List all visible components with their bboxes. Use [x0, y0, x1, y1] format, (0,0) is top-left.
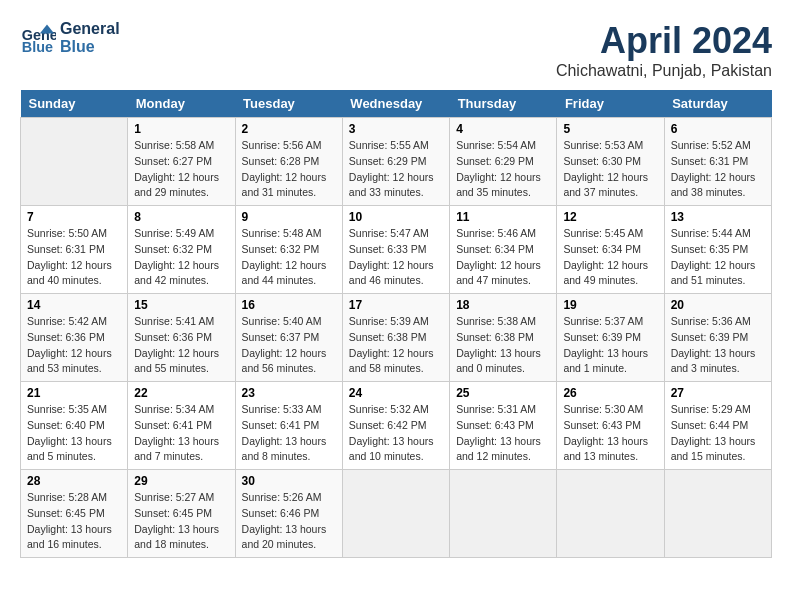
day-number: 2: [242, 122, 336, 136]
cell-w2-d5: 19Sunrise: 5:37 AM Sunset: 6:39 PM Dayli…: [557, 294, 664, 382]
week-row-4: 28Sunrise: 5:28 AM Sunset: 6:45 PM Dayli…: [21, 470, 772, 558]
cell-w1-d0: 7Sunrise: 5:50 AM Sunset: 6:31 PM Daylig…: [21, 206, 128, 294]
logo-icon: General Blue: [20, 20, 56, 56]
cell-w2-d4: 18Sunrise: 5:38 AM Sunset: 6:38 PM Dayli…: [450, 294, 557, 382]
day-detail: Sunrise: 5:49 AM Sunset: 6:32 PM Dayligh…: [134, 226, 228, 289]
day-detail: Sunrise: 5:29 AM Sunset: 6:44 PM Dayligh…: [671, 402, 765, 465]
header-thursday: Thursday: [450, 90, 557, 118]
day-detail: Sunrise: 5:40 AM Sunset: 6:37 PM Dayligh…: [242, 314, 336, 377]
day-number: 25: [456, 386, 550, 400]
header-friday: Friday: [557, 90, 664, 118]
day-detail: Sunrise: 5:39 AM Sunset: 6:38 PM Dayligh…: [349, 314, 443, 377]
header-sunday: Sunday: [21, 90, 128, 118]
day-number: 12: [563, 210, 657, 224]
day-detail: Sunrise: 5:35 AM Sunset: 6:40 PM Dayligh…: [27, 402, 121, 465]
cell-w2-d1: 15Sunrise: 5:41 AM Sunset: 6:36 PM Dayli…: [128, 294, 235, 382]
day-number: 26: [563, 386, 657, 400]
day-detail: Sunrise: 5:26 AM Sunset: 6:46 PM Dayligh…: [242, 490, 336, 553]
cell-w3-d5: 26Sunrise: 5:30 AM Sunset: 6:43 PM Dayli…: [557, 382, 664, 470]
day-detail: Sunrise: 5:30 AM Sunset: 6:43 PM Dayligh…: [563, 402, 657, 465]
day-detail: Sunrise: 5:58 AM Sunset: 6:27 PM Dayligh…: [134, 138, 228, 201]
cell-w4-d3: [342, 470, 449, 558]
cell-w3-d1: 22Sunrise: 5:34 AM Sunset: 6:41 PM Dayli…: [128, 382, 235, 470]
cell-w2-d0: 14Sunrise: 5:42 AM Sunset: 6:36 PM Dayli…: [21, 294, 128, 382]
day-number: 1: [134, 122, 228, 136]
day-number: 7: [27, 210, 121, 224]
day-detail: Sunrise: 5:48 AM Sunset: 6:32 PM Dayligh…: [242, 226, 336, 289]
day-number: 20: [671, 298, 765, 312]
cell-w4-d0: 28Sunrise: 5:28 AM Sunset: 6:45 PM Dayli…: [21, 470, 128, 558]
day-number: 16: [242, 298, 336, 312]
day-number: 15: [134, 298, 228, 312]
cell-w1-d5: 12Sunrise: 5:45 AM Sunset: 6:34 PM Dayli…: [557, 206, 664, 294]
day-number: 11: [456, 210, 550, 224]
cell-w0-d4: 4Sunrise: 5:54 AM Sunset: 6:29 PM Daylig…: [450, 118, 557, 206]
day-detail: Sunrise: 5:38 AM Sunset: 6:38 PM Dayligh…: [456, 314, 550, 377]
day-detail: Sunrise: 5:47 AM Sunset: 6:33 PM Dayligh…: [349, 226, 443, 289]
day-number: 27: [671, 386, 765, 400]
day-number: 19: [563, 298, 657, 312]
cell-w2-d6: 20Sunrise: 5:36 AM Sunset: 6:39 PM Dayli…: [664, 294, 771, 382]
day-detail: Sunrise: 5:34 AM Sunset: 6:41 PM Dayligh…: [134, 402, 228, 465]
day-number: 24: [349, 386, 443, 400]
cell-w4-d6: [664, 470, 771, 558]
cell-w0-d2: 2Sunrise: 5:56 AM Sunset: 6:28 PM Daylig…: [235, 118, 342, 206]
logo: General Blue General Blue: [20, 20, 120, 56]
day-number: 8: [134, 210, 228, 224]
day-number: 4: [456, 122, 550, 136]
cell-w3-d4: 25Sunrise: 5:31 AM Sunset: 6:43 PM Dayli…: [450, 382, 557, 470]
day-number: 22: [134, 386, 228, 400]
day-number: 21: [27, 386, 121, 400]
cell-w4-d2: 30Sunrise: 5:26 AM Sunset: 6:46 PM Dayli…: [235, 470, 342, 558]
cell-w1-d3: 10Sunrise: 5:47 AM Sunset: 6:33 PM Dayli…: [342, 206, 449, 294]
header-wednesday: Wednesday: [342, 90, 449, 118]
title-area: April 2024 Chichawatni, Punjab, Pakistan: [556, 20, 772, 80]
cell-w1-d4: 11Sunrise: 5:46 AM Sunset: 6:34 PM Dayli…: [450, 206, 557, 294]
day-number: 9: [242, 210, 336, 224]
location-title: Chichawatni, Punjab, Pakistan: [556, 62, 772, 80]
header-tuesday: Tuesday: [235, 90, 342, 118]
day-number: 18: [456, 298, 550, 312]
day-detail: Sunrise: 5:33 AM Sunset: 6:41 PM Dayligh…: [242, 402, 336, 465]
cell-w2-d3: 17Sunrise: 5:39 AM Sunset: 6:38 PM Dayli…: [342, 294, 449, 382]
day-number: 17: [349, 298, 443, 312]
day-detail: Sunrise: 5:45 AM Sunset: 6:34 PM Dayligh…: [563, 226, 657, 289]
day-detail: Sunrise: 5:28 AM Sunset: 6:45 PM Dayligh…: [27, 490, 121, 553]
day-detail: Sunrise: 5:27 AM Sunset: 6:45 PM Dayligh…: [134, 490, 228, 553]
cell-w4-d1: 29Sunrise: 5:27 AM Sunset: 6:45 PM Dayli…: [128, 470, 235, 558]
day-detail: Sunrise: 5:55 AM Sunset: 6:29 PM Dayligh…: [349, 138, 443, 201]
cell-w0-d1: 1Sunrise: 5:58 AM Sunset: 6:27 PM Daylig…: [128, 118, 235, 206]
header-saturday: Saturday: [664, 90, 771, 118]
week-row-0: 1Sunrise: 5:58 AM Sunset: 6:27 PM Daylig…: [21, 118, 772, 206]
day-detail: Sunrise: 5:37 AM Sunset: 6:39 PM Dayligh…: [563, 314, 657, 377]
day-detail: Sunrise: 5:46 AM Sunset: 6:34 PM Dayligh…: [456, 226, 550, 289]
cell-w1-d6: 13Sunrise: 5:44 AM Sunset: 6:35 PM Dayli…: [664, 206, 771, 294]
svg-text:Blue: Blue: [22, 39, 53, 55]
logo-line1: General: [60, 20, 120, 38]
cell-w1-d2: 9Sunrise: 5:48 AM Sunset: 6:32 PM Daylig…: [235, 206, 342, 294]
day-detail: Sunrise: 5:56 AM Sunset: 6:28 PM Dayligh…: [242, 138, 336, 201]
day-number: 3: [349, 122, 443, 136]
week-row-2: 14Sunrise: 5:42 AM Sunset: 6:36 PM Dayli…: [21, 294, 772, 382]
day-detail: Sunrise: 5:36 AM Sunset: 6:39 PM Dayligh…: [671, 314, 765, 377]
cell-w4-d4: [450, 470, 557, 558]
page-header: General Blue General Blue April 2024 Chi…: [20, 20, 772, 80]
cell-w3-d0: 21Sunrise: 5:35 AM Sunset: 6:40 PM Dayli…: [21, 382, 128, 470]
week-row-3: 21Sunrise: 5:35 AM Sunset: 6:40 PM Dayli…: [21, 382, 772, 470]
cell-w3-d3: 24Sunrise: 5:32 AM Sunset: 6:42 PM Dayli…: [342, 382, 449, 470]
day-number: 30: [242, 474, 336, 488]
day-detail: Sunrise: 5:42 AM Sunset: 6:36 PM Dayligh…: [27, 314, 121, 377]
cell-w0-d3: 3Sunrise: 5:55 AM Sunset: 6:29 PM Daylig…: [342, 118, 449, 206]
day-number: 13: [671, 210, 765, 224]
calendar-header-row: SundayMondayTuesdayWednesdayThursdayFrid…: [21, 90, 772, 118]
day-number: 10: [349, 210, 443, 224]
cell-w0-d0: [21, 118, 128, 206]
day-number: 6: [671, 122, 765, 136]
cell-w3-d2: 23Sunrise: 5:33 AM Sunset: 6:41 PM Dayli…: [235, 382, 342, 470]
cell-w1-d1: 8Sunrise: 5:49 AM Sunset: 6:32 PM Daylig…: [128, 206, 235, 294]
cell-w2-d2: 16Sunrise: 5:40 AM Sunset: 6:37 PM Dayli…: [235, 294, 342, 382]
day-detail: Sunrise: 5:50 AM Sunset: 6:31 PM Dayligh…: [27, 226, 121, 289]
day-detail: Sunrise: 5:41 AM Sunset: 6:36 PM Dayligh…: [134, 314, 228, 377]
day-number: 28: [27, 474, 121, 488]
day-detail: Sunrise: 5:31 AM Sunset: 6:43 PM Dayligh…: [456, 402, 550, 465]
